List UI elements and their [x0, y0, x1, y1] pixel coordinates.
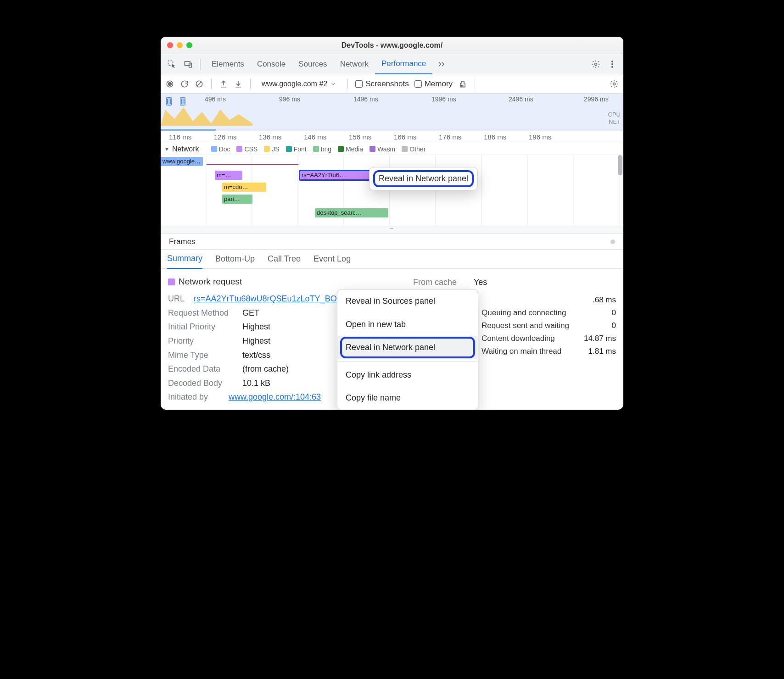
cpu-overview-chart	[161, 103, 252, 126]
legend-wasm: Wasm	[370, 145, 395, 153]
svg-point-4	[612, 61, 613, 62]
download-profile-button[interactable]	[234, 79, 243, 89]
menu-item[interactable]: Reveal in Sources panel	[337, 289, 478, 313]
summary-title: Network request	[179, 274, 242, 289]
tab-sources[interactable]: Sources	[292, 54, 333, 74]
upload-profile-button[interactable]	[219, 79, 228, 89]
details-tab-bottom-up[interactable]: Bottom-Up	[215, 250, 255, 269]
request-bar[interactable]: rs=AA2YrTtu6…	[300, 171, 372, 180]
screenshots-checkbox[interactable]: Screenshots	[355, 79, 409, 89]
net-label: NET	[608, 118, 621, 126]
kebab-menu-icon[interactable]	[605, 57, 620, 72]
track-resizer[interactable]: ≡	[161, 226, 623, 234]
legend-media: Media	[338, 145, 363, 153]
summary-value: 10.1 kB	[242, 376, 270, 390]
scrollbar-thumb[interactable]	[618, 155, 622, 175]
menu-item[interactable]: Copy link address	[337, 363, 478, 387]
request-bar[interactable]: m=cdo…	[222, 183, 266, 192]
summary-value: text/css	[242, 348, 270, 362]
initiated-by-link[interactable]: www.google.com/:104:63	[229, 390, 321, 404]
timing-metrics: .68 msQueuing and connecting0Request sen…	[482, 294, 616, 358]
metric-label: Request sent and waiting	[482, 319, 569, 332]
gc-button[interactable]	[458, 79, 467, 89]
details-tab-summary[interactable]: Summary	[167, 250, 202, 269]
request-bar[interactable]: m=…	[215, 171, 242, 180]
summary-key: Request Method	[168, 306, 237, 320]
legend-font: Font	[286, 145, 307, 153]
reveal-in-network-highlight[interactable]: Reveal in Network panel	[375, 172, 472, 185]
metric-value: .68 ms	[578, 294, 616, 306]
reload-record-button[interactable]	[180, 79, 189, 89]
details-tab-call-tree[interactable]: Call Tree	[268, 250, 301, 269]
capture-settings-icon[interactable]	[610, 79, 619, 89]
menu-item[interactable]: Reveal in Network panel	[337, 336, 478, 359]
window-title: DevTools - www.google.com/	[161, 41, 623, 50]
time-ruler: 116 ms126 ms136 ms146 ms156 ms166 ms176 …	[161, 131, 623, 143]
reveal-tooltip: Reveal in Network panel	[369, 167, 478, 190]
panel-tabbar: ElementsConsoleSourcesNetworkPerformance	[161, 54, 623, 74]
tab-network[interactable]: Network	[334, 54, 375, 74]
svg-point-5	[612, 63, 613, 65]
tab-elements[interactable]: Elements	[205, 54, 251, 74]
settings-icon[interactable]	[588, 57, 603, 72]
cpu-label: CPU	[608, 111, 621, 118]
context-menu: Reveal in Sources panelOpen in new tabRe…	[337, 289, 478, 410]
tab-performance[interactable]: Performance	[375, 54, 432, 74]
metric-label: Queuing and connecting	[482, 306, 566, 319]
net-overview-chart	[161, 129, 216, 131]
legend-doc: Doc	[211, 145, 230, 153]
network-flamechart[interactable]: www.google…m=…m=cdo…pari…rs=AA2YrTtu6…de…	[161, 155, 623, 226]
legend-img: Img	[313, 145, 331, 153]
metric-label: Content downloading	[482, 332, 555, 345]
network-track-label: Network	[172, 145, 199, 153]
overview-tick: 496 ms	[205, 95, 226, 103]
svg-point-3	[595, 63, 597, 65]
menu-item[interactable]: Open in new tab	[337, 313, 478, 336]
summary-value: Highest	[242, 334, 270, 348]
timeline-overview[interactable]: 496 ms996 ms1496 ms1996 ms2496 ms2996 ms…	[161, 94, 623, 131]
record-button[interactable]	[165, 79, 174, 89]
performance-toolbar: www.google.com #2 Screenshots Memory	[161, 74, 623, 94]
ruler-tick: 156 ms	[349, 133, 371, 141]
initiator-arrow	[207, 164, 298, 165]
svg-point-6	[612, 66, 613, 67]
inspect-icon[interactable]	[164, 57, 179, 72]
summary-key: Mime Type	[168, 348, 237, 362]
disclosure-triangle-icon[interactable]: ▼	[164, 146, 169, 152]
metric-value: 0	[578, 306, 616, 319]
summary-key: Encoded Data	[168, 362, 237, 376]
chevron-down-icon	[330, 81, 336, 87]
ruler-tick: 136 ms	[259, 133, 281, 141]
request-swatch	[168, 278, 175, 285]
more-tabs-icon[interactable]	[434, 57, 449, 72]
request-bar[interactable]: pari…	[222, 195, 252, 204]
summary-key: Decoded Body	[168, 376, 237, 390]
details-tabbar: SummaryBottom-UpCall TreeEvent Log	[161, 250, 623, 269]
tab-console[interactable]: Console	[251, 54, 292, 74]
ruler-tick: 196 ms	[529, 133, 551, 141]
recording-select[interactable]: www.google.com #2	[258, 79, 340, 89]
ruler-tick: 186 ms	[484, 133, 506, 141]
svg-point-8	[168, 82, 172, 85]
overview-handle-right[interactable]	[180, 97, 185, 106]
memory-checkbox[interactable]: Memory	[414, 79, 453, 89]
overview-tick: 1996 ms	[431, 95, 456, 103]
frames-track-header[interactable]: Frames	[161, 234, 623, 250]
request-bar[interactable]: desktop_searc…	[315, 208, 388, 217]
overview-tick: 996 ms	[279, 95, 300, 103]
details-tab-event-log[interactable]: Event Log	[314, 250, 351, 269]
request-bar[interactable]: www.google…	[161, 157, 203, 166]
url-label: URL	[168, 292, 188, 306]
legend-other: Other	[402, 145, 426, 153]
titlebar: DevTools - www.google.com/	[161, 37, 623, 54]
overview-handle-left[interactable]	[166, 97, 172, 106]
menu-item[interactable]: Copy file name	[337, 386, 478, 410]
devtools-window: DevTools - www.google.com/ ElementsConso…	[161, 37, 623, 410]
network-track: ▼ Network DocCSSJSFontImgMediaWasmOther …	[161, 143, 623, 226]
clear-button[interactable]	[195, 79, 204, 89]
summary-panel: Network request URL rs=AA2YrTtu68wU8rQSE…	[161, 269, 623, 410]
device-toggle-icon[interactable]	[181, 57, 196, 72]
scroll-indicator	[610, 239, 615, 244]
ruler-tick: 166 ms	[394, 133, 416, 141]
divider	[200, 59, 201, 70]
